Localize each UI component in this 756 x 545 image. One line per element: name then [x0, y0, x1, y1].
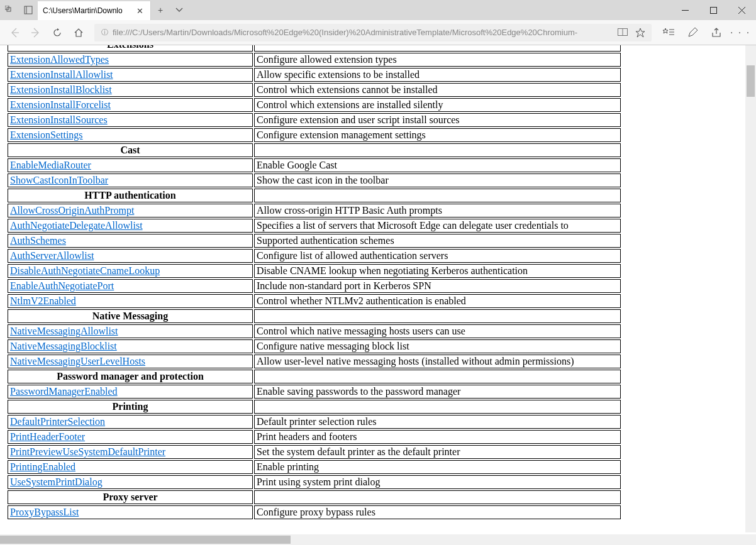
- policy-link[interactable]: UseSystemPrintDialog: [10, 476, 103, 487]
- close-tab-icon[interactable]: ✕: [134, 6, 145, 16]
- policy-row: PrintHeaderFooterPrint headers and foote…: [8, 430, 621, 444]
- more-icon[interactable]: · · ·: [728, 20, 752, 45]
- maximize-button[interactable]: [699, 0, 728, 20]
- policy-row: EnableAuthNegotiatePortInclude non-stand…: [8, 279, 621, 293]
- policy-link[interactable]: ExtensionInstallForcelist: [10, 99, 111, 110]
- section-header: Native Messaging: [8, 309, 253, 323]
- policy-desc: Print headers and footers: [254, 430, 621, 444]
- refresh-button[interactable]: [47, 20, 68, 45]
- policy-link[interactable]: DefaultPrinterSelection: [10, 416, 105, 427]
- minimize-button[interactable]: [671, 0, 699, 20]
- policy-row: AuthNegotiateDelegateAllowlistSpecifies …: [8, 219, 621, 233]
- policy-desc: Configure extension and user script inst…: [254, 113, 621, 127]
- policy-link[interactable]: ShowCastIconInToolbar: [10, 175, 108, 185]
- recent-activity-icon[interactable]: [0, 0, 19, 20]
- share-icon[interactable]: [704, 20, 728, 45]
- policy-row: NativeMessagingBlocklistConfigure native…: [8, 339, 621, 353]
- section-header: Proxy server: [8, 490, 253, 504]
- policy-desc: Configure proxy bypass rules: [254, 505, 621, 519]
- policy-link[interactable]: AuthSchemes: [10, 235, 66, 246]
- policy-link[interactable]: AuthNegotiateDelegateAllowlist: [10, 220, 143, 231]
- policy-link[interactable]: EnableAuthNegotiatePort: [10, 280, 114, 291]
- policy-row: PasswordManagerEnabledEnable saving pass…: [8, 385, 621, 399]
- horizontal-scrollbar[interactable]: [0, 534, 756, 545]
- section-header-empty: [254, 189, 621, 202]
- policy-desc: Default printer selection rules: [254, 415, 621, 429]
- vertical-scrollbar[interactable]: [745, 45, 756, 532]
- policy-row: UseSystemPrintDialogPrint using system p…: [8, 475, 621, 489]
- notes-icon[interactable]: [681, 20, 704, 45]
- policy-desc: Enable printing: [254, 460, 621, 474]
- horizontal-scrollbar-thumb[interactable]: [0, 536, 291, 544]
- set-aside-tabs-icon[interactable]: [19, 0, 38, 20]
- policy-desc: Include non-standard port in Kerberos SP…: [254, 279, 621, 293]
- policy-row: AllowCrossOriginAuthPromptAllow cross-or…: [8, 204, 621, 217]
- favorite-icon[interactable]: [633, 25, 648, 40]
- address-bar[interactable]: ⓘ file:///C:/Users/Martin/Downloads/Micr…: [94, 24, 652, 41]
- policy-link[interactable]: EnableMediaRouter: [10, 160, 91, 170]
- policy-row: NativeMessagingAllowlistControl which na…: [8, 324, 621, 338]
- forward-button[interactable]: [25, 20, 47, 45]
- policy-link[interactable]: NativeMessagingBlocklist: [10, 341, 117, 351]
- policy-link[interactable]: DisableAuthNegotiateCnameLookup: [10, 265, 160, 276]
- browser-tab[interactable]: C:\Users\Martin\Downlo ✕: [38, 1, 151, 20]
- policy-link[interactable]: ExtensionAllowedTypes: [10, 54, 109, 65]
- toolbar: ⓘ file:///C:/Users/Martin/Downloads/Micr…: [0, 20, 756, 45]
- policy-link[interactable]: PasswordManagerEnabled: [10, 386, 118, 397]
- policy-link[interactable]: AllowCrossOriginAuthPrompt: [10, 205, 134, 216]
- policy-link[interactable]: NtlmV2Enabled: [10, 295, 76, 306]
- policy-link[interactable]: PrintHeaderFooter: [10, 431, 85, 442]
- policy-link[interactable]: ExtensionInstallBlocklist: [10, 84, 112, 95]
- info-icon[interactable]: ⓘ: [98, 28, 111, 37]
- policy-row: ExtensionInstallForcelistControl which e…: [8, 98, 621, 112]
- vertical-scrollbar-thumb[interactable]: [747, 65, 755, 97]
- policy-row: NtlmV2EnabledControl whether NTLMv2 auth…: [8, 294, 621, 308]
- policy-row: AuthSchemesSupported authentication sche…: [8, 234, 621, 248]
- policy-row: ExtensionInstallBlocklistControl which e…: [8, 83, 621, 97]
- section-header-empty: [254, 45, 621, 52]
- section-header-empty: [254, 400, 621, 414]
- policy-table: ExtensionsExtensionAllowedTypesConfigure…: [6, 45, 622, 520]
- policy-link[interactable]: ExtensionInstallAllowlist: [10, 69, 113, 80]
- new-tab-button[interactable]: +: [151, 0, 170, 20]
- policy-desc: Print using system print dialog: [254, 475, 621, 489]
- policy-row: ShowCastIconInToolbarShow the cast icon …: [8, 173, 621, 187]
- svg-rect-5: [711, 7, 717, 13]
- reading-view-icon[interactable]: [615, 25, 630, 40]
- policy-desc: Configure list of allowed authentication…: [254, 249, 621, 263]
- tab-title: C:\Users\Martin\Downlo: [43, 6, 134, 15]
- favorites-list-icon[interactable]: [657, 20, 681, 45]
- policy-link[interactable]: ExtensionInstallSources: [10, 114, 108, 125]
- policy-link[interactable]: ProxyBypassList: [10, 507, 79, 517]
- url-text: file:///C:/Users/Martin/Downloads/Micros…: [111, 28, 615, 37]
- section-header-empty: [254, 309, 621, 323]
- close-window-button[interactable]: [728, 0, 756, 20]
- policy-desc: Show the cast icon in the toolbar: [254, 173, 621, 187]
- policy-desc: Enable Google Cast: [254, 158, 621, 172]
- policy-desc: Configure native messaging block list: [254, 339, 621, 353]
- policy-row: ExtensionSettingsConfigure extension man…: [8, 128, 621, 142]
- policy-link[interactable]: PrintingEnabled: [10, 461, 75, 472]
- page-content: ExtensionsExtensionAllowedTypesConfigure…: [0, 45, 743, 532]
- policy-desc: Configure allowed extension types: [254, 53, 621, 67]
- policy-row: AuthServerAllowlistConfigure list of all…: [8, 249, 621, 263]
- section-header: Printing: [8, 400, 253, 414]
- svg-rect-2: [25, 6, 32, 14]
- section-header: Cast: [8, 143, 253, 157]
- policy-row: PrintPreviewUseSystemDefaultPrinterSet t…: [8, 445, 621, 459]
- policy-row: ExtensionAllowedTypesConfigure allowed e…: [8, 53, 621, 67]
- policy-link[interactable]: ExtensionSettings: [10, 129, 83, 140]
- policy-desc: Control which native messaging hosts use…: [254, 324, 621, 338]
- policy-row: ExtensionInstallAllowlistAllow specific …: [8, 68, 621, 82]
- policy-link[interactable]: AuthServerAllowlist: [10, 250, 94, 261]
- policy-link[interactable]: NativeMessagingAllowlist: [10, 326, 118, 336]
- tab-menu-icon[interactable]: [170, 0, 189, 20]
- policy-row: EnableMediaRouterEnable Google Cast: [8, 158, 621, 172]
- policy-link[interactable]: PrintPreviewUseSystemDefaultPrinter: [10, 446, 165, 457]
- policy-link[interactable]: NativeMessagingUserLevelHosts: [10, 356, 145, 366]
- policy-desc: Allow cross-origin HTTP Basic Auth promp…: [254, 204, 621, 217]
- back-button[interactable]: [4, 20, 25, 45]
- home-button[interactable]: [68, 20, 89, 45]
- policy-row: NativeMessagingUserLevelHostsAllow user-…: [8, 355, 621, 368]
- policy-desc: Supported authentication schemes: [254, 234, 621, 248]
